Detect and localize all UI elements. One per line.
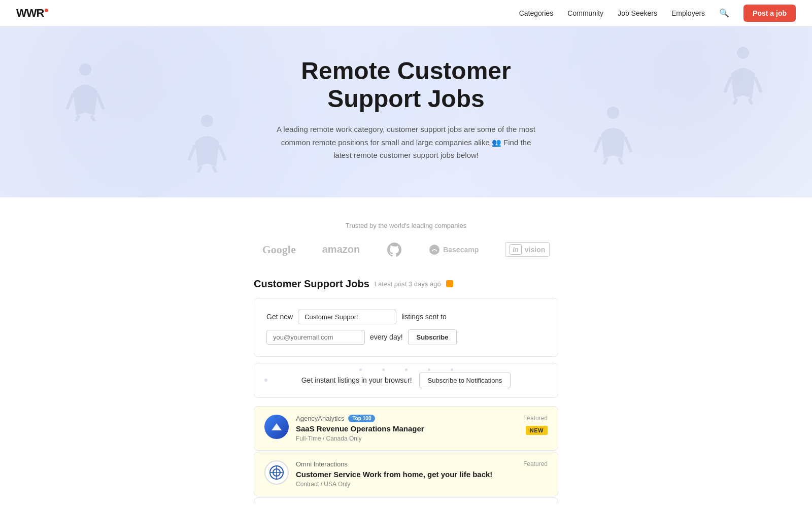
logo-amazon: amazon (322, 244, 360, 255)
notifications-box: Get instant listings in your browser! Su… (254, 363, 558, 398)
logo-dot (45, 9, 48, 12)
logo-text: WWR (16, 7, 44, 20)
notif-dots-decoration (254, 368, 558, 371)
post-job-button[interactable]: Post a job (743, 5, 796, 22)
dot-1 (359, 368, 362, 371)
get-new-label: Get new (266, 313, 293, 321)
company-row: AgencyAnalytics Top 100 (296, 415, 516, 422)
trusted-label: Trusted by the world's leading companies (10, 222, 802, 229)
subscribe-box: Get new listings sent to every day! Subs… (254, 298, 558, 357)
hero-description: A leading remote work category, customer… (274, 123, 538, 162)
company-name: Omni Interactions (296, 460, 348, 468)
job-right: Featured NEW (523, 415, 548, 435)
site-logo[interactable]: WWR (16, 7, 48, 20)
dot-2 (382, 368, 385, 371)
nav-links: Categories Community Job Seekers Employe… (519, 5, 796, 22)
hero-title-line1: Remote Customer (301, 57, 511, 84)
job-title: Customer Service Work from home, get you… (296, 470, 516, 479)
hero-title-line2: Support Jobs (327, 85, 484, 112)
job-info-agencyanalytics: AgencyAnalytics Top 100 SaaS Revenue Ope… (296, 415, 516, 442)
featured-label: Featured (523, 460, 548, 467)
company-name: AgencyAnalytics (296, 415, 344, 422)
job-card-omni[interactable]: Omni Interactions Customer Service Work … (254, 452, 558, 496)
job-meta: Full-Time / Canada Only (296, 435, 516, 442)
hero-section: Remote Customer Support Jobs A leading r… (0, 26, 812, 197)
navbar: WWR Categories Community Job Seekers Emp… (0, 0, 812, 26)
job-meta: Contract / USA Only (296, 481, 516, 488)
nav-categories[interactable]: Categories (519, 9, 554, 17)
trusted-logos: Google amazon Basecamp in vision (10, 242, 802, 258)
jobs-header: Customer Support Jobs Latest post 3 days… (254, 278, 558, 290)
every-day-label: every day! (370, 333, 403, 341)
logo-google: Google (262, 243, 296, 256)
notif-text: Get instant listings in your browser! (301, 376, 412, 384)
company-logo-agencyanalytics (264, 415, 289, 439)
subscribe-notifications-button[interactable]: Subscribe to Notifications (419, 373, 511, 388)
company-logo-omni (264, 460, 289, 485)
svg-line-9 (213, 166, 216, 173)
job-info-omni: Omni Interactions Customer Service Work … (296, 460, 516, 488)
subscribe-button[interactable]: Subscribe (408, 329, 457, 345)
top100-badge: Top 100 (348, 415, 375, 422)
job-right: Featured (523, 460, 548, 467)
job-title: SaaS Revenue Operations Manager (296, 424, 516, 433)
jobs-latest-post: Latest post 3 days ago (375, 280, 441, 288)
jobs-section: Customer Support Jobs Latest post 3 days… (244, 278, 568, 505)
rss-icon: ️ (446, 280, 453, 287)
nav-community[interactable]: Community (567, 9, 603, 17)
logo-github (386, 242, 402, 258)
logo-basecamp: Basecamp (429, 244, 479, 255)
nav-employers[interactable]: Employers (671, 9, 705, 17)
job-card-empowerdb[interactable]: E EmpowerDB Customer Support Representat… (254, 497, 558, 505)
hero-title: Remote Customer Support Jobs (10, 57, 802, 113)
listings-sent-label: listings sent to (401, 313, 447, 321)
featured-label: Featured (523, 415, 548, 422)
hero-content: Remote Customer Support Jobs A leading r… (10, 57, 802, 162)
jobs-section-title: Customer Support Jobs (254, 278, 369, 290)
search-button[interactable]: 🔍 (719, 8, 729, 18)
email-input[interactable] (266, 330, 365, 345)
dot-3 (405, 368, 408, 371)
job-card-agencyanalytics[interactable]: AgencyAnalytics Top 100 SaaS Revenue Ope… (254, 406, 558, 451)
company-row: Omni Interactions (296, 460, 516, 468)
new-badge: NEW (526, 426, 548, 435)
nav-job-seekers[interactable]: Job Seekers (618, 9, 657, 17)
trusted-section: Trusted by the world's leading companies… (0, 197, 812, 278)
dot-4 (428, 368, 430, 371)
logo-invision: in vision (505, 242, 550, 257)
svg-line-8 (198, 166, 201, 173)
category-tag-input[interactable] (298, 310, 396, 324)
dot-5 (451, 368, 453, 371)
